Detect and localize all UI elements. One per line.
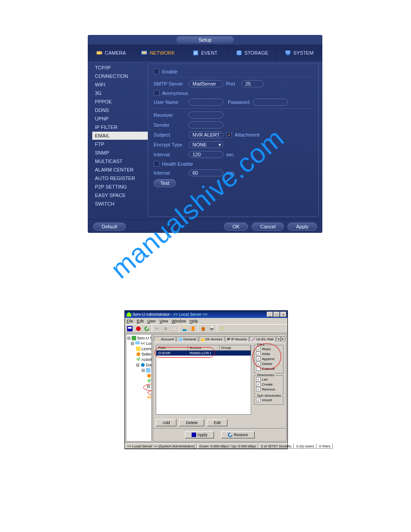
- menu-window[interactable]: Window: [171, 319, 186, 323]
- sidebar-email[interactable]: EMAIL: [92, 132, 148, 140]
- tree-root[interactable]: ⊟ Serv-U Servers: [127, 335, 150, 341]
- int1-input[interactable]: [188, 151, 223, 158]
- default-button[interactable]: Default: [93, 223, 126, 231]
- sidebar-switch[interactable]: SWITCH: [92, 200, 148, 208]
- utab-diraccess[interactable]: Dir Access: [199, 336, 225, 342]
- tab-event[interactable]: EVENT: [182, 45, 229, 60]
- tool-home-icon[interactable]: [199, 325, 207, 332]
- sidebar-3g[interactable]: 3G: [92, 89, 148, 97]
- user-input[interactable]: [188, 99, 223, 106]
- tree-users[interactable]: ⊟ Users: [127, 384, 150, 389]
- menu-help[interactable]: Help: [189, 319, 198, 323]
- tree-dom-settings[interactable]: Settings: [127, 373, 150, 378]
- tab-network[interactable]: NETWORK: [135, 45, 182, 60]
- tree-domain[interactable]: ⊟ zhongfu: [127, 368, 150, 373]
- path-list[interactable]: D:\DVR RWAD-LCR-I: [156, 351, 251, 415]
- cancel-button[interactable]: Cancel: [252, 223, 284, 231]
- tree-license[interactable]: License: [127, 346, 150, 352]
- perm-inherit[interactable]: ✓Inherit: [256, 398, 281, 402]
- tool-print-icon[interactable]: [208, 325, 216, 332]
- test-button[interactable]: Test: [154, 179, 176, 187]
- tool-refresh-icon[interactable]: [143, 325, 151, 332]
- tool-copy-icon[interactable]: ⧉: [162, 325, 170, 332]
- tree-activity[interactable]: Activity: [127, 357, 150, 362]
- sidebar-tcpip[interactable]: TCP/IP: [92, 64, 148, 72]
- maximize-button[interactable]: □: [274, 312, 280, 317]
- sidebar-connection[interactable]: CONNECTION: [92, 72, 148, 80]
- sidebar-ipfilter[interactable]: IP FILTER: [92, 123, 148, 131]
- menu-file[interactable]: File: [127, 319, 133, 323]
- sidebar-upnp[interactable]: UPNP: [92, 115, 148, 123]
- tool-save-icon[interactable]: [126, 325, 134, 332]
- tab-storage[interactable]: STORAGE: [229, 45, 276, 60]
- subj-input[interactable]: [188, 131, 223, 138]
- smtp-input[interactable]: [188, 80, 223, 87]
- tree-dom-activity[interactable]: Activity: [127, 378, 150, 384]
- path-row[interactable]: D:\DVR RWAD-LCR-I: [156, 351, 251, 356]
- sidebar-ftp[interactable]: FTP: [92, 140, 148, 148]
- sidebar-pppoe[interactable]: PPPOE: [92, 98, 148, 106]
- tab-system[interactable]: SYSTEM: [276, 45, 322, 60]
- perm-delete[interactable]: ✓Delete: [256, 361, 281, 366]
- servu-tree[interactable]: ⊟ Serv-U Servers ⊟ << Local Server >> Li…: [126, 334, 152, 442]
- attach-checkbox[interactable]: ✓: [226, 132, 232, 138]
- add-button[interactable]: Add: [156, 419, 176, 426]
- col-path[interactable]: Path: [156, 345, 188, 350]
- tree-settings[interactable]: Settings: [127, 352, 150, 357]
- close-button[interactable]: ×: [280, 312, 287, 317]
- menu-user[interactable]: User: [147, 319, 156, 323]
- tree-localserver[interactable]: ⊟ << Local Server >>: [127, 341, 150, 346]
- utab-uldlratio[interactable]: UL/DL Rati: [249, 336, 276, 342]
- enable-checkbox[interactable]: [154, 69, 159, 74]
- edit-button[interactable]: Edit: [207, 419, 227, 426]
- tree-user[interactable]: zhy: [127, 389, 152, 395]
- sidebar-wifi[interactable]: WIFI: [92, 81, 148, 89]
- sidebar-easyspace[interactable]: EASY SPACE: [92, 191, 148, 199]
- sidebar-ddns[interactable]: DDNS: [92, 106, 148, 114]
- utab-general[interactable]: General: [176, 336, 198, 342]
- menu-view[interactable]: View: [159, 319, 168, 323]
- port-input[interactable]: [241, 80, 264, 87]
- ok-button[interactable]: OK: [224, 223, 248, 231]
- tab-scroll-left[interactable]: ◂: [276, 336, 281, 342]
- apply-button-servu[interactable]: Apply: [185, 431, 214, 438]
- pass-input[interactable]: [253, 99, 288, 106]
- perm-execute[interactable]: Execute: [256, 366, 281, 371]
- menu-edit[interactable]: Edit: [137, 319, 144, 323]
- perm-remove[interactable]: ✓Remove: [256, 387, 281, 391]
- recv-input[interactable]: [188, 112, 223, 119]
- perm-append[interactable]: ✓Append: [256, 356, 281, 361]
- send-input[interactable]: [188, 121, 223, 129]
- minimize-button[interactable]: _: [267, 312, 273, 317]
- tree-groups[interactable]: Groups: [127, 395, 150, 400]
- perm-write[interactable]: ✓Write: [256, 352, 281, 356]
- tool-paste-icon[interactable]: 📋: [170, 325, 178, 332]
- health-checkbox[interactable]: [154, 161, 159, 167]
- tool-help-icon[interactable]: ?: [218, 325, 226, 332]
- tree-domains[interactable]: ⊟ Domains: [127, 362, 150, 368]
- apply-button[interactable]: Apply: [287, 223, 317, 231]
- anon-checkbox[interactable]: [154, 90, 159, 96]
- tool-stop-icon[interactable]: [134, 325, 142, 332]
- col-group[interactable]: Group: [219, 345, 251, 350]
- perm-create[interactable]: ✓Create: [256, 382, 281, 386]
- sidebar-p2psetting[interactable]: P2P SETTING: [92, 183, 148, 191]
- tool-wizard-icon[interactable]: [189, 325, 197, 332]
- tool-cut-icon[interactable]: ✂: [153, 325, 161, 332]
- tab-scroll-right[interactable]: ▸: [281, 336, 285, 342]
- sidebar-alarmcenter[interactable]: ALARM CENTER: [92, 166, 148, 174]
- perm-read[interactable]: ✓Read: [256, 347, 281, 351]
- enc-select[interactable]: NONE ▾: [188, 141, 223, 148]
- utab-ipaccess[interactable]: IP IP Access: [225, 336, 249, 342]
- sidebar-multicast[interactable]: MULTICAST: [92, 157, 148, 165]
- col-access[interactable]: Access: [188, 345, 219, 350]
- tab-camera[interactable]: CAMERA: [88, 45, 135, 60]
- utab-account[interactable]: Account: [154, 336, 176, 342]
- sidebar-snmp[interactable]: SNMP: [92, 149, 148, 157]
- perm-list[interactable]: ✓List: [256, 377, 281, 382]
- int2-input[interactable]: [188, 169, 223, 176]
- tool-newuser-icon[interactable]: [180, 325, 188, 332]
- restore-button[interactable]: Restore: [221, 431, 255, 438]
- sidebar-autoregister[interactable]: AUTO REGISTER: [92, 174, 148, 182]
- delete-button[interactable]: Delete: [179, 419, 204, 426]
